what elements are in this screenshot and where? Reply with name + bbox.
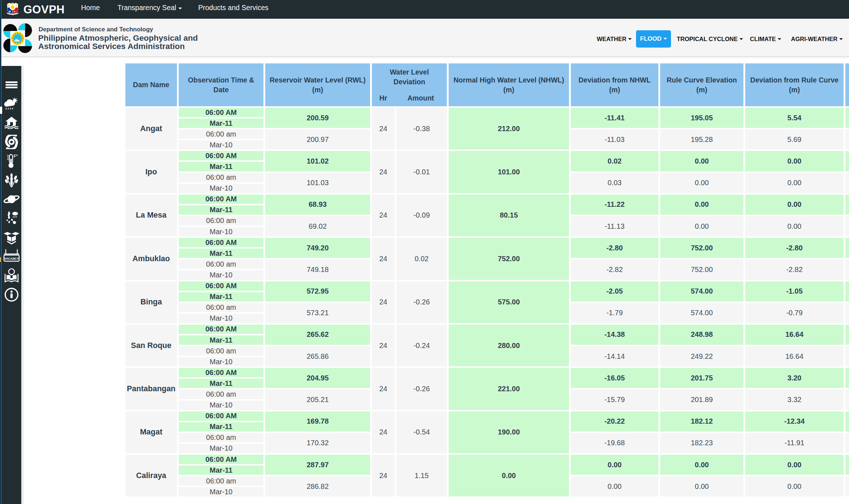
- svg-text:VACANCY: VACANCY: [4, 257, 19, 260]
- svg-text:F°: F°: [14, 154, 18, 158]
